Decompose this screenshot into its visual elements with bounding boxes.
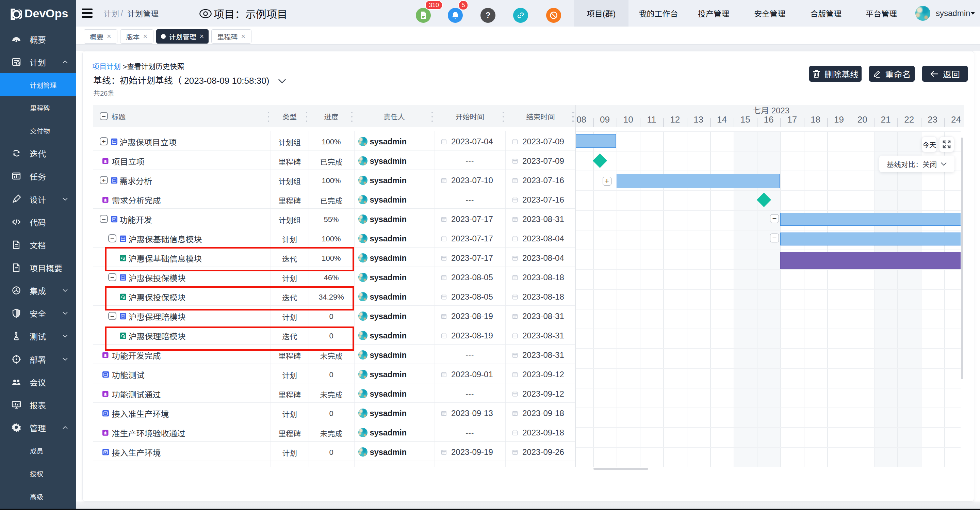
svg-text:?: ? [485,11,491,20]
